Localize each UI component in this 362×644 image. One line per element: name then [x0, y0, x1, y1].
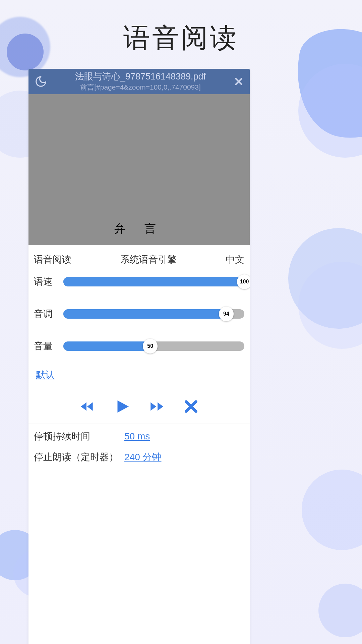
tab-language[interactable]: 中文 — [226, 253, 244, 266]
speed-slider-row: 语速 100 — [28, 275, 250, 288]
tab-row: 语音阅读 系统语音引擎 中文 — [28, 253, 250, 275]
pitch-slider[interactable]: 94 — [63, 309, 244, 319]
app-window: 法眼与诗心_9787516148389.pdf 前言[#page=4&zoom=… — [28, 69, 250, 644]
speed-slider[interactable]: 100 — [63, 277, 244, 286]
app-header: 法眼与诗心_9787516148389.pdf 前言[#page=4&zoom=… — [28, 69, 250, 94]
pitch-thumb[interactable]: 94 — [219, 307, 234, 321]
page-title: 语音阅读 — [0, 20, 362, 56]
playback-controls — [28, 397, 250, 424]
stop-close-icon[interactable] — [183, 398, 199, 415]
speed-thumb[interactable]: 100 — [237, 274, 250, 289]
pause-duration-value[interactable]: 50 ms — [124, 431, 150, 442]
file-title: 法眼与诗心_9787516148389.pdf — [50, 71, 231, 82]
pitch-slider-row: 音调 94 — [28, 308, 250, 320]
tab-engine[interactable]: 系统语音引擎 — [120, 253, 177, 266]
bg-blob — [302, 470, 362, 550]
volume-label: 音量 — [34, 340, 61, 353]
file-subtitle: 前言[#page=4&zoom=100,0,.7470093] — [50, 83, 231, 92]
document-view[interactable]: 弁 言 — [28, 94, 250, 245]
header-title-block: 法眼与诗心_9787516148389.pdf 前言[#page=4&zoom=… — [47, 71, 234, 92]
moon-icon[interactable] — [35, 75, 47, 88]
stop-timer-row: 停止朗读（定时器） 240 分钟 — [34, 451, 244, 464]
close-icon[interactable] — [234, 76, 244, 87]
volume-thumb[interactable]: 50 — [143, 339, 158, 354]
pitch-label: 音调 — [34, 308, 61, 320]
play-icon[interactable] — [113, 397, 131, 416]
voice-panel: 语音阅读 系统语音引擎 中文 语速 100 音调 94 音量 50 — [28, 245, 250, 478]
bg-blob — [318, 584, 362, 637]
pause-duration-label: 停顿持续时间 — [34, 430, 124, 443]
tab-voice-read[interactable]: 语音阅读 — [34, 253, 71, 266]
forward-icon[interactable] — [148, 398, 165, 415]
document-heading: 弁 言 — [28, 221, 250, 236]
settings-block: 停顿持续时间 50 ms 停止朗读（定时器） 240 分钟 — [28, 424, 250, 478]
speed-label: 语速 — [34, 275, 61, 288]
rewind-icon[interactable] — [79, 398, 96, 415]
volume-slider-row: 音量 50 — [28, 340, 250, 353]
volume-slider[interactable]: 50 — [63, 341, 244, 351]
stop-timer-value[interactable]: 240 分钟 — [124, 451, 162, 464]
default-link[interactable]: 默认 — [36, 369, 55, 381]
stop-timer-label: 停止朗读（定时器） — [34, 451, 124, 464]
pause-duration-row: 停顿持续时间 50 ms — [34, 430, 244, 443]
